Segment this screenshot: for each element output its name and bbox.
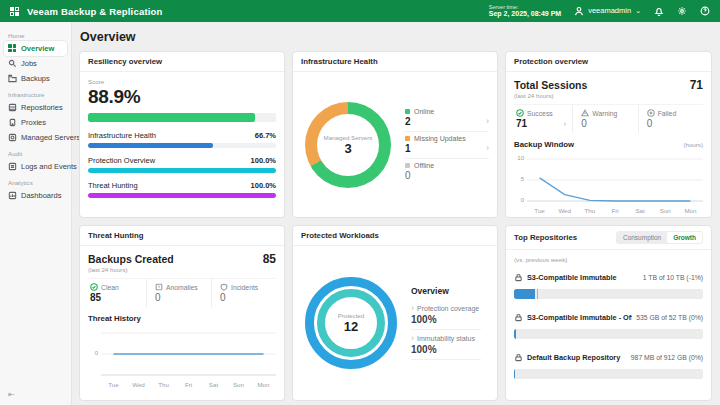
toggle-growth[interactable]: Growth [667,232,702,243]
legend-value: 2 [405,116,411,127]
score-bar [88,113,276,122]
metric-value: 100.0% [251,156,276,165]
card-title: Protection overview [514,57,588,66]
overview-label: Overview [411,286,481,296]
kv-value: 100% [411,344,481,355]
stat-success[interactable]: Success 71› [514,105,572,133]
backups-created-label: Backups Created [88,253,174,265]
repo-row-s3-immutable-offsite[interactable]: S3-Compatible Immutable - Off-Site 535 G… [514,308,703,339]
stat-label: Failed [658,110,677,117]
threat-history-title: Threat History [88,314,141,323]
repositories-icon [8,103,17,112]
repo-name: Default Backup Repository [527,353,627,362]
repository-lock-icon [514,268,523,286]
settings-button[interactable] [676,5,687,16]
legend-item-missing-updates[interactable]: Missing Updates 1› [405,132,489,159]
anomalies-icon [155,283,163,291]
sidebar-section-home: Home [8,32,63,39]
sidebar-section-audit: Audit [8,150,63,157]
dashboards-icon [8,191,17,200]
threat-history-chart: 0 TueWedThuFriSatSunMon [88,327,276,388]
sidebar-item-label: Proxies [21,118,46,127]
notifications-button[interactable] [653,5,664,16]
sidebar-item-backups[interactable]: Backups [4,71,67,86]
x-tick: Thu [151,381,176,388]
failed-icon [647,109,655,117]
legend-value: 1 [405,143,411,154]
previous-week-marker [537,289,539,299]
infrastructure-health-card: Infrastructure Health Managed Servers 3 … [292,51,498,218]
legend-label: Missing Updates [414,135,466,142]
x-tick: Mon [678,207,703,214]
chevron-right-icon: › [486,143,489,153]
stat-warning: Warning 0 [572,105,637,133]
sidebar-item-logs-and-events[interactable]: Logs and Events [4,159,67,174]
repo-bar [514,369,703,379]
metric-bar [88,143,276,148]
repo-usage: 1 TB of 10 TB (-1%) [643,274,703,281]
legend-item-online[interactable]: Online 2› [405,105,489,132]
server-time-label: Server time: [489,4,561,10]
sidebar-item-proxies[interactable]: Proxies [4,115,67,130]
sidebar-item-overview[interactable]: Overview [4,41,67,56]
metric-label: Infrastructure Health [88,131,156,140]
user-menu[interactable]: veeamadmin ⌄ [573,5,641,16]
sidebar-item-label: Jobs [21,59,37,68]
page-title: Overview [80,30,712,44]
chevron-right-icon: › [411,303,414,313]
sidebar-item-label: Backups [21,74,50,83]
sidebar-collapse-button[interactable]: ⇤ [4,388,67,401]
kv-label: Immutability status [417,335,475,342]
immutability-status-row: ›Immutability status 100% [411,330,481,360]
repo-row-default-backup-repository[interactable]: Default Backup Repository 987 MB of 912 … [514,348,703,379]
stat-value: 0 [647,118,653,129]
toggle-consumption[interactable]: Consumption [617,232,667,243]
repo-bar [514,329,703,339]
repository-lock-icon [514,308,523,326]
stat-label: Clean [101,284,119,291]
sidebar-item-jobs[interactable]: Jobs [4,56,67,71]
backup-window-title: Backup Window [514,140,574,149]
sidebar-item-label: Overview [21,44,54,53]
sidebar-item-managed-servers[interactable]: Managed Servers [4,130,67,145]
sidebar-item-label: Repositories [21,103,63,112]
protected-workloads-donut: Protected 12 [305,277,397,369]
infrastructure-health-donut: Managed Servers 3 [305,102,391,188]
card-title: Threat Hunting [88,231,143,240]
sidebar-item-repositories[interactable]: Repositories [4,100,67,115]
repo-row-s3-immutable[interactable]: S3-Compatible Immutable 1 TB of 10 TB (-… [514,268,703,299]
metric-label: Protection Overview [88,156,155,165]
metric-bar [88,168,276,173]
stat-failed: Failed 0 [638,105,703,133]
protection-overview-card: Protection overview Total Sessions 71 (l… [505,51,712,218]
repo-usage: 535 GB of 52 TB (0%) [636,314,703,321]
legend-label: Online [414,108,434,115]
server-time: Server time: Sep 2, 2025, 08:49 PM [489,4,561,18]
missing-updates-dot [405,136,410,141]
donut-center-value: 3 [344,141,351,156]
x-tick: Sat [628,207,653,214]
stat-incidents: Incidents 0 [211,279,276,307]
metric-label: Threat Hunting [88,181,138,190]
backups-created-subtitle: (last 24 hours) [88,266,276,273]
sidebar-item-dashboards[interactable]: Dashboards [4,188,67,203]
y-tick: 0 [521,197,524,203]
sidebar-section-analytics: Analytics [8,179,63,186]
help-button[interactable] [699,5,710,16]
repo-name: S3-Compatible Immutable - Off-Site [527,313,632,322]
stat-value: 0 [155,292,161,303]
protected-workloads-card: Protected Workloads Protected 12 [292,225,498,401]
total-sessions-subtitle: (last 24 hours) [514,92,703,99]
stat-clean: Clean 85 [88,279,146,307]
chevron-right-icon: › [563,119,566,129]
threat-hunting-card: Threat Hunting Backups Created 85 (last … [79,225,285,401]
donut-center-value: 12 [338,319,364,334]
managed-servers-icon [8,133,17,142]
repos-subtitle: (vs. previous week) [514,256,703,263]
score-value: 88.9% [88,86,276,108]
y-tick: 5 [521,176,524,182]
repository-lock-icon [514,348,523,366]
overview-grid-icon [8,44,17,53]
metric-value: 66.7% [255,131,276,140]
logs-icon [8,162,17,171]
